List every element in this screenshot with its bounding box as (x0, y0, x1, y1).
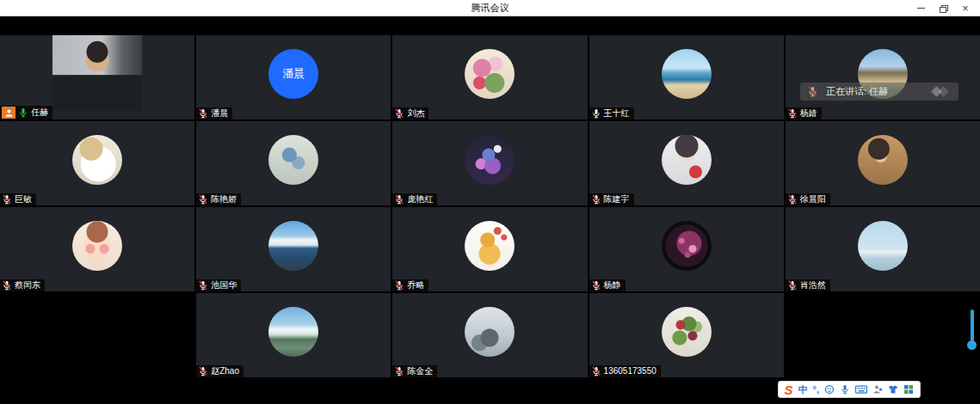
muted-mic-icon (198, 366, 208, 376)
scrollbar-thumb[interactable] (967, 340, 977, 350)
participant-name: 巨敏 (15, 194, 32, 205)
empty-tile (0, 293, 194, 377)
restore-button[interactable] (932, 0, 954, 16)
close-button[interactable]: × (954, 0, 977, 16)
muted-mic-icon (787, 280, 798, 291)
voice-input-icon[interactable] (840, 384, 850, 395)
participant-name: 赵Zhao (211, 366, 239, 376)
participant-label: 杨婧 (786, 107, 822, 119)
participant-label: 陈建宇 (589, 193, 634, 205)
tencent-meeting-window: 腾讯会议 × 任赫潘晨潘晨刘杰王十红杨婧巨敏陈艳娇庞艳红陈建宇徐晨阳蔡闰东池国华… (0, 0, 980, 404)
avatar (268, 221, 318, 271)
avatar (662, 307, 712, 357)
avatar (72, 221, 122, 271)
avatar (465, 49, 515, 99)
avatar (465, 307, 515, 357)
skin-icon[interactable] (888, 384, 898, 395)
participant-label: 杨静 (589, 279, 626, 291)
participant-tile-肖浩然[interactable]: 肖浩然 (786, 207, 980, 291)
avatar (268, 307, 318, 357)
speaking-banner[interactable]: 正在讲话: 任赫 (800, 83, 958, 101)
muted-mic-icon (2, 280, 12, 291)
muted-mic-icon (394, 366, 404, 376)
toolbox-icon[interactable] (903, 384, 914, 395)
participant-name: 陈建宇 (604, 194, 630, 205)
muted-mic-icon (394, 108, 404, 119)
participant-tile-乔略[interactable]: 乔略 (392, 207, 587, 291)
avatar (72, 135, 122, 185)
avatar (465, 221, 515, 271)
participant-tile-刘杰[interactable]: 刘杰 (392, 35, 587, 119)
muted-mic-icon (394, 280, 404, 291)
handwriting-icon[interactable] (872, 384, 883, 395)
sogou-logo[interactable]: S (785, 383, 793, 396)
host-badge-icon (2, 107, 15, 119)
speaking-banner-text: 正在讲话: 任赫 (826, 85, 888, 98)
chinese-mode-icon[interactable]: 中 (798, 385, 808, 395)
muted-mic-icon (198, 108, 208, 119)
muted-mic-icon (591, 366, 601, 376)
participant-label: 庞艳红 (392, 193, 437, 205)
participant-tile-杨静[interactable]: 杨静 (589, 207, 784, 291)
muted-mic-icon (787, 108, 798, 119)
participant-label: 徐晨阳 (786, 193, 830, 205)
avatar (662, 221, 712, 271)
avatar (662, 135, 712, 185)
participant-tile-13605173550[interactable]: 13605173550 (589, 293, 784, 377)
participant-label: 潘晨 (196, 107, 232, 119)
participant-name: 杨婧 (800, 108, 817, 119)
participant-name: 蔡闰东 (15, 280, 40, 291)
participant-name: 13605173550 (604, 366, 656, 376)
participant-name: 刘杰 (407, 108, 424, 119)
participant-label: 任赫 (0, 106, 52, 119)
participant-name: 任赫 (31, 107, 48, 118)
meeting-logo-icon (929, 87, 952, 97)
ime-toolbar[interactable]: S中°, (778, 381, 921, 398)
video-feed (52, 35, 142, 111)
title-bar[interactable]: 腾讯会议 × (0, 0, 980, 16)
participant-tile-王十红[interactable]: 王十红 (589, 35, 784, 119)
participant-label: 陈金全 (392, 365, 437, 377)
muted-mic-icon (591, 280, 601, 291)
participant-name: 徐晨阳 (800, 194, 826, 205)
empty-tile (786, 293, 980, 377)
participant-tile-杨婧[interactable]: 杨婧 (786, 35, 980, 119)
participant-label: 刘杰 (392, 107, 428, 119)
participant-label: 蔡闰东 (0, 279, 45, 291)
participant-label: 赵Zhao (196, 365, 243, 377)
participant-name: 陈艳娇 (211, 194, 237, 205)
participant-label: 巨敏 (0, 193, 36, 205)
participant-tile-任赫[interactable]: 任赫 (0, 35, 194, 119)
participant-tile-池国华[interactable]: 池国华 (196, 207, 391, 291)
muted-mic-icon (198, 194, 208, 205)
participant-label: 乔略 (392, 279, 428, 291)
minimize-button[interactable] (909, 0, 932, 16)
participant-name: 肖浩然 (800, 280, 826, 291)
participant-tile-陈艳娇[interactable]: 陈艳娇 (196, 121, 391, 205)
mic-icon (591, 108, 601, 119)
avatar: 潘晨 (268, 49, 318, 99)
participant-tile-庞艳红[interactable]: 庞艳红 (392, 121, 587, 205)
close-icon: × (962, 3, 968, 14)
restore-icon (940, 5, 946, 11)
participant-tile-陈建宇[interactable]: 陈建宇 (589, 121, 784, 205)
participant-tile-巨敏[interactable]: 巨敏 (0, 121, 194, 205)
avatar (268, 135, 318, 185)
punctuation-icon[interactable]: °, (813, 385, 819, 395)
muted-mic-icon (2, 194, 12, 205)
avatar (858, 135, 908, 185)
emoji-icon[interactable] (824, 384, 835, 395)
avatar (465, 135, 515, 185)
participant-name: 庞艳红 (407, 194, 433, 205)
muted-mic-icon (787, 194, 798, 205)
keyboard-icon[interactable] (855, 384, 867, 395)
participant-label: 13605173550 (589, 365, 661, 377)
participant-tile-赵Zhao[interactable]: 赵Zhao (196, 293, 391, 377)
participant-tile-徐晨阳[interactable]: 徐晨阳 (786, 121, 980, 205)
participant-name: 乔略 (407, 280, 424, 291)
participant-name: 潘晨 (211, 108, 228, 119)
participant-tile-潘晨[interactable]: 潘晨潘晨 (196, 35, 391, 119)
minimize-icon (917, 8, 925, 9)
participant-tile-蔡闰东[interactable]: 蔡闰东 (0, 207, 194, 291)
participant-tile-陈金全[interactable]: 陈金全 (392, 293, 587, 377)
